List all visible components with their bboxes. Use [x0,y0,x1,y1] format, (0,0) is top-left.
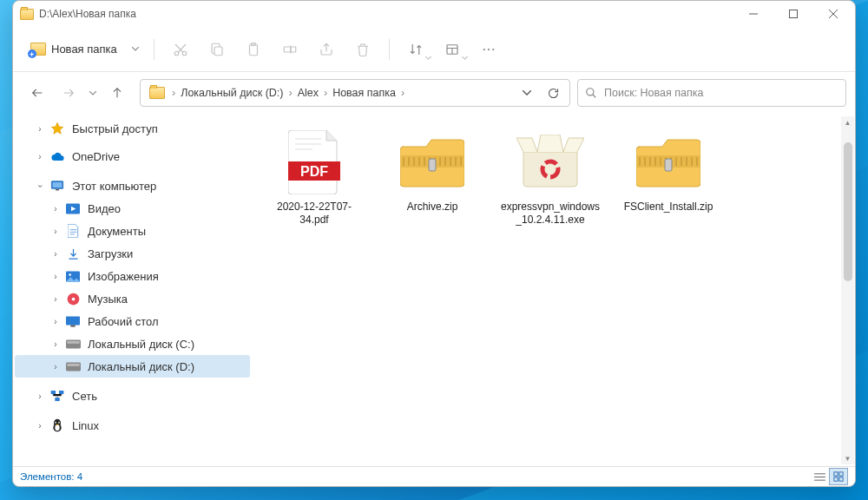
download-icon [65,247,81,260]
sidebar-item-label: Быстрый доступ [72,122,158,135]
chevron-right-icon: › [322,87,329,99]
scrollbar-thumb[interactable] [844,142,852,281]
file-item[interactable]: FSClient_Install.zip [613,124,724,237]
copy-button[interactable] [200,34,234,65]
svg-rect-22 [70,325,75,326]
scroll-up-icon[interactable]: ▲ [841,116,854,128]
recent-locations-button[interactable] [84,77,102,109]
sidebar-item-videos[interactable]: › Видео [15,197,250,220]
cut-button[interactable] [163,34,198,65]
svg-point-32 [55,424,59,431]
share-button[interactable] [309,34,344,65]
status-text: Элементов: 4 [20,471,82,482]
sidebar-item-music[interactable]: › Музыка [15,287,250,310]
sidebar-item-desktop[interactable]: › Рабочий стол [15,310,250,332]
minimize-button[interactable] [733,1,773,27]
file-name: FSClient_Install.zip [624,201,713,214]
search-placeholder: Поиск: Новая папка [604,87,703,99]
forward-button[interactable] [53,77,84,109]
svg-point-10 [488,48,490,49]
chevron-right-icon: › [34,391,46,401]
maximize-button[interactable] [773,1,813,27]
new-dropdown[interactable] [126,36,145,62]
file-item[interactable]: Archive.zip [377,124,488,237]
sidebar-item-label: Сеть [72,390,97,403]
breadcrumb-folder-icon [149,87,165,99]
scrollbar[interactable]: ▲ ▼ [841,116,854,464]
drive-icon [65,337,81,351]
svg-rect-45 [839,477,843,481]
address-bar: › Локальный диск (D:) › Alex › Новая пап… [13,72,855,114]
document-icon [65,224,81,238]
refresh-button[interactable] [540,80,566,106]
chevron-down-icon: › [36,180,45,192]
svg-rect-28 [59,391,63,394]
sidebar-linux[interactable]: › Linux [15,414,250,437]
svg-rect-27 [51,391,56,394]
chevron-right-icon: › [49,249,62,259]
sidebar-item-drive-c[interactable]: › Локальный диск (C:) [15,332,250,355]
svg-rect-43 [839,472,843,476]
sidebar-item-documents[interactable]: › Документы [15,220,250,242]
sidebar: › Быстрый доступ › OneDrive › Этот компь… [13,114,252,466]
sidebar-onedrive[interactable]: › OneDrive [15,145,250,168]
svg-rect-29 [55,398,59,401]
sidebar-item-pictures[interactable]: › Изображения [15,265,250,287]
new-folder-button[interactable]: Новая папка [23,37,124,61]
svg-rect-6 [284,47,291,52]
sidebar-item-label: Linux [72,419,99,432]
file-item[interactable]: PDF 2020-12-22T07-34.pdf [259,124,370,237]
svg-point-11 [492,48,494,49]
chevron-right-icon: › [49,272,62,281]
icons-view-button[interactable] [829,468,848,485]
svg-point-1 [174,51,179,56]
file-name: 2020-12-22T07-34.pdf [264,201,365,227]
file-list[interactable]: PDF 2020-12-22T07-34.pdf [252,114,855,466]
titlebar: D:\Alex\Новая папка [13,1,855,27]
chevron-right-icon: › [399,87,406,99]
monitor-icon [49,179,65,193]
breadcrumb-item[interactable]: Alex [294,80,322,106]
close-button[interactable] [813,1,853,27]
file-name: expressvpn_windows_10.2.4.11.exe [500,201,601,227]
breadcrumb[interactable]: › Локальный диск (D:) › Alex › Новая пап… [140,79,570,107]
sidebar-item-label: Загрузки [88,247,133,260]
sidebar-item-downloads[interactable]: › Загрузки [15,242,250,265]
delete-button[interactable] [345,34,380,65]
sidebar-item-drive-d[interactable]: › Локальный диск (D:) [15,355,250,378]
svg-rect-21 [66,316,80,325]
svg-rect-7 [291,47,296,52]
svg-point-2 [182,51,187,56]
toolbar: Новая папка [13,27,855,72]
sidebar-network[interactable]: › Сеть [15,385,250,407]
sidebar-quick-access[interactable]: › Быстрый доступ [15,117,250,140]
details-view-button[interactable] [810,468,829,485]
back-button[interactable] [22,77,53,109]
breadcrumb-item[interactable]: Новая папка [329,80,399,106]
rename-button[interactable] [273,34,307,65]
more-button[interactable] [471,34,506,65]
sidebar-item-label: Рабочий стол [88,315,159,328]
search-input[interactable]: Поиск: Новая папка [577,79,846,107]
svg-point-20 [71,297,75,300]
sidebar-this-pc[interactable]: › Этот компьютер [15,174,250,197]
up-button[interactable] [102,77,133,109]
svg-rect-41 [665,159,672,171]
desktop-icon [65,314,81,328]
sidebar-item-label: Документы [88,225,146,238]
view-button[interactable] [435,34,470,65]
sidebar-item-label: Видео [88,202,121,215]
file-item[interactable]: expressvpn_windows_10.2.4.11.exe [495,124,606,237]
cloud-icon [49,149,65,163]
explorer-window: D:\Alex\Новая папка Новая папка [12,0,856,487]
paste-button[interactable] [236,34,271,65]
breadcrumb-item[interactable]: Локальный диск (D:) [177,80,286,106]
network-icon [49,389,65,403]
sidebar-item-label: Локальный диск (D:) [88,360,194,373]
sidebar-item-label: Музыка [88,293,128,306]
file-name: Archive.zip [407,201,458,214]
scroll-down-icon[interactable]: ▼ [841,452,854,464]
zip-icon [634,128,703,197]
breadcrumb-dropdown[interactable] [514,80,540,106]
sort-button[interactable] [398,34,433,65]
